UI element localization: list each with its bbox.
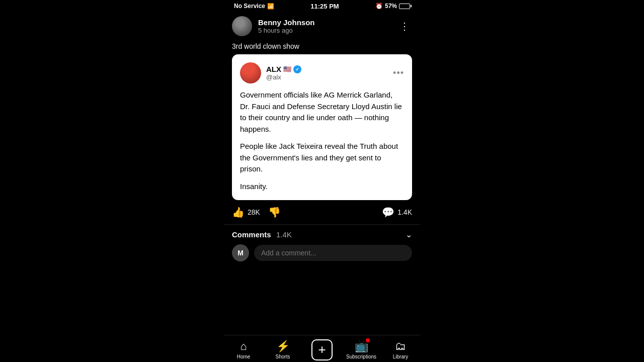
post-text: 3rd world clown show [224,40,420,54]
content-area: Benny Johnson 5 hours ago ⋮ 3rd world cl… [224,12,420,335]
dislike-button[interactable]: 👎 [268,206,281,218]
wifi-icon: 📶 [267,3,274,10]
post-header: Benny Johnson 5 hours ago ⋮ [224,12,420,40]
subscriptions-notification-dot [366,338,370,342]
bottom-nav: ⌂ Home ⚡ Shorts + 📺 Subscriptions 🗂 Libr… [224,335,420,362]
comment-input-row: M [232,244,412,261]
shorts-label: Shorts [276,354,290,359]
tweet-avatar [240,62,261,83]
tweet-avatar-image [240,62,261,83]
create-button[interactable]: + [311,339,333,360]
comment-icon: 💬 [382,206,394,218]
like-count: 28K [248,208,260,216]
comments-count: 1.4K [276,230,292,239]
library-label: Library [393,354,409,359]
tweet-header: ALX 🇺🇸 ✓ @alx ••• [240,62,404,83]
comments-header[interactable]: Comments 1.4K ⌄ [232,230,412,239]
tweet-paragraph-2: People like Jack Teixeira reveal the Tru… [240,141,404,175]
more-button[interactable]: ⋮ [397,18,412,34]
tweet-handle: @alx [266,73,301,81]
subscriptions-icon-wrapper: 📺 [355,340,368,353]
comment-count: 1.4K [397,208,412,216]
post-author-row: Benny Johnson 5 hours ago [232,16,315,36]
tweet-card: ALX 🇺🇸 ✓ @alx ••• Government officials l… [232,54,412,200]
shorts-icon: ⚡ [276,340,290,353]
nav-create[interactable]: + [302,339,342,360]
status-bar: No Service 📶 11:25 PM ⏰ 57% [224,0,420,12]
battery-percent: 57% [385,3,397,10]
like-icon: 👍 [232,206,245,218]
status-time: 11:25 PM [310,3,339,10]
nav-library[interactable]: 🗂 Library [381,340,420,359]
home-icon: ⌂ [240,340,247,353]
tweet-paragraph-1: Government officials like AG Merrick Gar… [240,89,404,135]
verified-badge: ✓ [293,65,301,73]
comment-button[interactable]: 💬 1.4K [382,206,412,218]
flag-emoji: 🇺🇸 [283,65,291,73]
dislike-icon: 👎 [268,206,281,218]
status-left: No Service 📶 [234,3,274,10]
like-button[interactable]: 👍 28K [232,206,260,218]
author-avatar [232,16,252,36]
comments-title-group: Comments 1.4K [232,230,292,239]
tweet-more-button[interactable]: ••• [393,68,404,78]
chevron-down-icon[interactable]: ⌄ [406,230,412,239]
phone-frame: No Service 📶 11:25 PM ⏰ 57% Benny Johnso… [224,0,420,362]
nav-subscriptions[interactable]: 📺 Subscriptions [342,340,381,359]
comment-input[interactable] [254,245,412,261]
tweet-author-row: ALX 🇺🇸 ✓ @alx [240,62,301,83]
carrier-text: No Service [234,3,265,10]
actions-bar: 👍 28K 👎 💬 1.4K [224,200,420,224]
like-dislike-group: 👍 28K 👎 [232,206,281,218]
battery-icon [399,4,410,9]
nav-home[interactable]: ⌂ Home [224,340,263,359]
commenter-avatar: M [232,244,249,261]
comments-label: Comments [232,230,271,239]
nav-shorts[interactable]: ⚡ Shorts [263,340,302,359]
status-right: ⏰ 57% [375,3,410,10]
tweet-body: Government officials like AG Merrick Gar… [240,89,404,192]
author-name: Benny Johnson [258,18,315,27]
tweet-name-line: ALX 🇺🇸 ✓ [266,65,301,73]
author-time: 5 hours ago [258,27,315,34]
avatar-image [232,16,252,36]
subscriptions-label: Subscriptions [346,354,376,359]
tweet-author-name: ALX [266,65,281,73]
tweet-paragraph-3: Insanity. [240,181,404,193]
comments-section: Comments 1.4K ⌄ M [224,224,420,266]
alarm-icon: ⏰ [375,3,383,10]
tweet-name-row: ALX 🇺🇸 ✓ @alx [266,65,301,81]
home-label: Home [237,354,251,359]
library-icon: 🗂 [395,340,406,353]
commenter-initial: M [237,249,244,257]
author-info: Benny Johnson 5 hours ago [258,18,315,34]
